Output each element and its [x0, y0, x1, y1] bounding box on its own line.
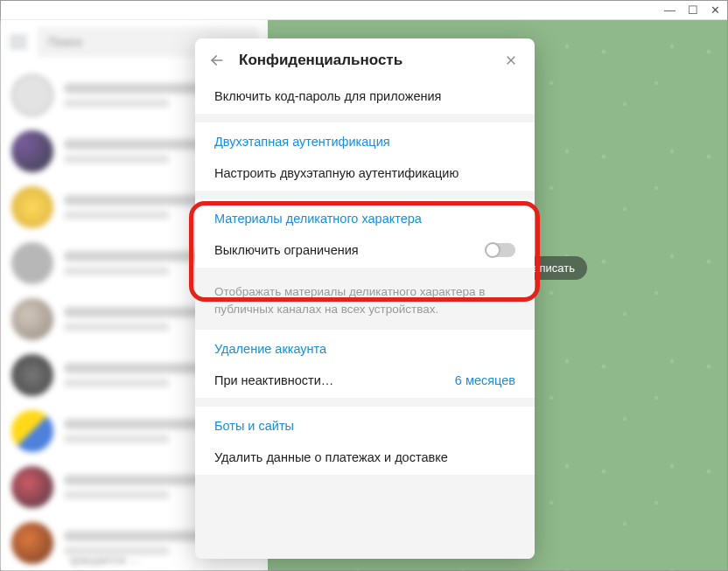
privacy-settings-modal: Конфиденциальность Включить код-пароль д… [195, 38, 535, 559]
titlebar: — ☐ ✕ [1, 1, 727, 20]
sensitive-heading: Материалы деликатного характера [195, 199, 535, 233]
section-delete-account: Удаление аккаунта При неактивности… 6 ме… [195, 330, 535, 398]
section-passcode: Включить код-пароль для приложения [195, 79, 535, 114]
disable-filtering-row[interactable]: Выключить ограничения [195, 233, 535, 268]
delete-account-heading: Удаление аккаунта [195, 330, 535, 363]
back-button[interactable] [207, 51, 227, 70]
chat-preview-text: зращается … [69, 554, 140, 567]
avatar [11, 186, 53, 228]
minimize-button[interactable]: — [664, 4, 676, 16]
toggle-knob [485, 242, 500, 258]
passcode-row[interactable]: Включить код-пароль для приложения [195, 79, 535, 114]
disable-filtering-label: Выключить ограничения [214, 243, 359, 257]
modal-header: Конфиденциальность [195, 38, 535, 79]
avatar [11, 298, 53, 340]
clear-payment-row[interactable]: Удалить данные о платежах и доставке [195, 440, 535, 475]
sensitive-description: Отображать материалы деликатного характе… [195, 276, 535, 330]
app-window: — ☐ ✕ Поиск зращается … [0, 0, 728, 571]
modal-body[interactable]: Включить код-пароль для приложения Двухэ… [195, 79, 535, 559]
section-bots: Боты и сайты Удалить данные о платежах и… [195, 407, 535, 475]
avatar [11, 354, 53, 396]
hamburger-menu-icon[interactable] [10, 36, 27, 48]
disable-filtering-toggle[interactable] [486, 243, 515, 257]
two-step-row[interactable]: Настроить двухэтапную аутентификацию [195, 156, 535, 191]
avatar [11, 466, 53, 508]
close-button[interactable] [501, 51, 521, 70]
section-sensitive-content: Материалы деликатного характера Выключит… [195, 199, 535, 268]
avatar [11, 410, 53, 452]
inactivity-value: 6 месяцев [455, 373, 515, 387]
avatar [11, 242, 53, 284]
avatar [11, 130, 53, 172]
avatar [11, 74, 53, 116]
bots-heading: Боты и сайты [195, 407, 535, 440]
modal-title: Конфиденциальность [239, 52, 489, 69]
two-step-heading: Двухэтапная аутентификация [195, 122, 535, 156]
section-two-step: Двухэтапная аутентификация Настроить дву… [195, 122, 535, 191]
inactivity-row[interactable]: При неактивности… 6 месяцев [195, 363, 535, 398]
avatar [11, 522, 53, 564]
window-close-button[interactable]: ✕ [710, 4, 720, 16]
maximize-button[interactable]: ☐ [688, 4, 698, 16]
inactivity-label: При неактивности… [214, 373, 333, 387]
